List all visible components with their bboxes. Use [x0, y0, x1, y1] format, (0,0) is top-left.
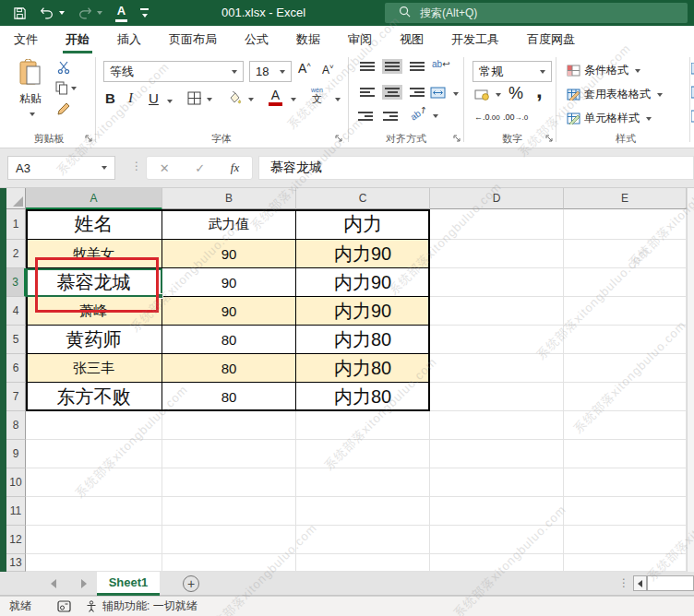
col-header-C[interactable]: C [296, 188, 430, 209]
fill-color-button[interactable] [227, 91, 242, 108]
cell-styles-button[interactable]: 单元格样式 [567, 111, 652, 126]
font-name-select[interactable]: 等线 [103, 61, 244, 82]
ribbon-tab-4[interactable]: 页面布局 [155, 26, 231, 53]
fill-color-dropdown-icon[interactable] [248, 98, 254, 101]
font-size-select[interactable]: 18 [249, 61, 292, 82]
ribbon-tab-8[interactable]: 视图 [386, 26, 437, 53]
cell-C5[interactable]: 内力80 [296, 326, 430, 354]
cell-B13[interactable] [162, 554, 296, 572]
increase-decimal-icon[interactable]: ←.0.00 [474, 113, 500, 122]
align-left-icon[interactable] [360, 88, 375, 97]
cell-B12[interactable] [162, 526, 296, 554]
format-as-table-button[interactable]: 套用表格格式 [567, 87, 663, 102]
formula-input[interactable]: 慕容龙城 [258, 156, 694, 180]
format-painter-button[interactable] [57, 101, 72, 115]
cell-B1[interactable]: 武力值 [162, 209, 296, 240]
cell-D7[interactable] [430, 383, 564, 411]
cell-E11[interactable] [564, 497, 687, 526]
cell-D10[interactable] [430, 468, 564, 497]
merge-dropdown-icon[interactable] [453, 92, 459, 96]
font-color-button[interactable]: A [269, 89, 282, 106]
fill-handle[interactable] [158, 293, 163, 299]
bold-button[interactable]: B [105, 90, 115, 106]
decrease-indent-icon[interactable] [358, 112, 373, 121]
sheet-tab-active[interactable]: Sheet1 [97, 572, 160, 596]
borders-dropdown-icon[interactable] [207, 98, 212, 101]
cell-D4[interactable] [430, 297, 564, 326]
cell-B4[interactable]: 90 [162, 297, 296, 326]
undo-icon[interactable] [40, 6, 65, 19]
align-right-icon[interactable] [410, 88, 425, 97]
italic-button[interactable]: I [128, 90, 133, 106]
accounting-format-icon[interactable] [474, 89, 490, 103]
increase-indent-icon[interactable] [383, 112, 398, 121]
cell-E6[interactable] [564, 354, 687, 383]
cell-D6[interactable] [430, 354, 564, 383]
row-header-2[interactable]: 2 [6, 240, 26, 268]
cell-E2[interactable] [564, 240, 687, 268]
row-header-8[interactable]: 8 [6, 411, 26, 440]
cell-E4[interactable] [564, 297, 687, 326]
phonetic-dropdown-icon[interactable] [335, 98, 341, 101]
row-header-4[interactable]: 4 [6, 297, 26, 326]
row-header-12[interactable]: 12 [6, 526, 26, 554]
font-color-dropdown-icon[interactable] [291, 98, 296, 101]
cell-A10[interactable] [26, 468, 162, 497]
cell-C10[interactable] [296, 468, 430, 497]
font-color-icon[interactable]: A [115, 5, 127, 22]
status-ready[interactable]: 就绪 [9, 598, 31, 614]
cell-E3[interactable] [564, 268, 687, 297]
cell-C13[interactable] [296, 554, 430, 572]
cell-B6[interactable]: 80 [162, 354, 296, 383]
cell-B5[interactable]: 80 [162, 326, 296, 354]
ribbon-tab-5[interactable]: 公式 [231, 26, 282, 53]
row-header-7[interactable]: 7 [6, 383, 26, 411]
comma-style-button[interactable]: , [536, 77, 543, 103]
wrap-text-icon[interactable]: ab↩ [432, 59, 450, 69]
cell-C4[interactable]: 内力90 [296, 297, 430, 326]
confirm-entry-icon[interactable]: ✓ [195, 161, 205, 175]
col-header-A[interactable]: A [26, 188, 162, 209]
conditional-formatting-button[interactable]: 条件格式 [567, 63, 640, 78]
cell-C7[interactable]: 内力80 [296, 383, 430, 411]
cell-A9[interactable] [26, 440, 162, 468]
clipboard-dialog-launcher-icon[interactable] [85, 133, 94, 142]
copy-button[interactable] [55, 81, 77, 95]
align-center-icon[interactable] [385, 88, 400, 97]
col-header-E[interactable]: E [564, 188, 687, 209]
sheet-nav-next-icon[interactable] [81, 579, 87, 588]
cancel-entry-icon[interactable]: ✕ [160, 161, 170, 175]
cell-A2[interactable]: 牧羊女 [26, 240, 162, 268]
cell-A5[interactable]: 黄药师 [26, 326, 162, 354]
cell-E12[interactable] [564, 526, 687, 554]
font-dialog-launcher-icon[interactable] [335, 133, 344, 142]
ribbon-tab-6[interactable]: 数据 [282, 26, 334, 53]
new-sheet-button[interactable]: + [183, 575, 199, 592]
middle-align-icon[interactable] [385, 62, 400, 71]
cell-E13[interactable] [564, 554, 687, 572]
sheet-nav-prev-icon[interactable] [51, 579, 56, 588]
ribbon-tab-1[interactable]: 文件 [0, 26, 52, 53]
cell-B7[interactable]: 80 [162, 383, 296, 411]
cell-B9[interactable] [162, 440, 296, 468]
cell-A4[interactable]: 萧峰 [26, 297, 162, 326]
row-header-6[interactable]: 6 [6, 354, 26, 383]
accessibility-icon[interactable] [86, 600, 97, 612]
top-align-icon[interactable] [360, 62, 375, 71]
cell-B3[interactable]: 90 [162, 268, 296, 297]
shrink-font-button[interactable]: A˅ [322, 63, 334, 77]
cell-A6[interactable]: 张三丰 [26, 354, 162, 383]
hscroll-left-icon[interactable] [633, 575, 647, 591]
cell-B8[interactable] [162, 411, 296, 440]
borders-button[interactable] [187, 91, 201, 108]
number-dialog-launcher-icon[interactable] [545, 133, 555, 142]
cell-B10[interactable] [162, 468, 296, 497]
cell-C6[interactable]: 内力80 [296, 354, 430, 383]
cut-button[interactable] [57, 61, 70, 74]
ribbon-tab-2[interactable]: 开始 [52, 26, 103, 53]
cell-D5[interactable] [430, 326, 564, 354]
row-header-10[interactable]: 10 [6, 468, 26, 497]
vertical-scrollbar[interactable] [687, 188, 694, 572]
cell-D12[interactable] [430, 526, 564, 554]
row-header-3[interactable]: 3 [6, 268, 26, 297]
